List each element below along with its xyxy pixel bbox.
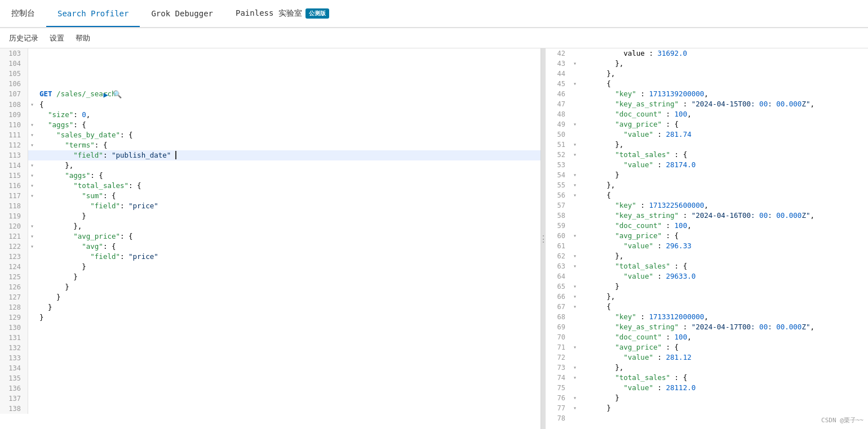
line-text[interactable]: "total_sales": { [36, 181, 541, 191]
r-fold-arrow[interactable]: ▾ [571, 363, 579, 373]
r-line-text: }, [579, 140, 623, 150]
line-text[interactable] [36, 404, 541, 414]
line-text[interactable]: }, [36, 221, 541, 231]
line-text[interactable]: "field": "price" [36, 252, 541, 262]
line-text[interactable] [36, 69, 541, 79]
line-text[interactable] [36, 59, 541, 69]
fold-arrow[interactable]: ▾ [28, 221, 36, 231]
response-line: 42 value : 31692.0 [546, 48, 868, 59]
line-text[interactable] [36, 363, 541, 373]
r-fold-arrow[interactable]: ▾ [571, 59, 579, 69]
r-fold-arrow[interactable]: ▾ [571, 403, 579, 413]
r-fold-arrow[interactable]: ▾ [571, 373, 579, 383]
line-text[interactable]: "size": 0, [36, 110, 541, 120]
history-menu[interactable]: 历史记录 [9, 33, 38, 43]
line-text[interactable]: } [36, 272, 541, 282]
r-fold-arrow [571, 322, 579, 332]
resize-handle[interactable]: ⋮ [541, 48, 546, 429]
r-fold-arrow[interactable]: ▾ [571, 342, 579, 352]
r-line-text: "value" : 281.74 [579, 129, 692, 140]
r-fold-arrow[interactable]: ▾ [571, 231, 579, 241]
r-fold-arrow [571, 200, 579, 211]
help-menu[interactable]: 帮助 [76, 33, 90, 43]
fold-arrow[interactable]: ▾ [28, 181, 36, 191]
line-text[interactable] [36, 353, 541, 363]
fold-arrow[interactable]: ▾ [28, 140, 36, 150]
line-text[interactable]: } [36, 312, 541, 323]
editor-scroll[interactable]: 103104105106107GET /sales/_search▶🔍108▾{… [0, 48, 541, 429]
editor-line: 130 [0, 323, 541, 333]
fold-arrow[interactable]: ▾ [28, 130, 36, 140]
r-fold-arrow[interactable]: ▾ [571, 190, 579, 200]
r-fold-arrow[interactable]: ▾ [571, 281, 579, 292]
line-text[interactable]: "avg": { [36, 242, 541, 252]
line-text[interactable]: } [36, 302, 541, 312]
line-text[interactable]: { [36, 100, 541, 110]
editor-line: 116▾ "total_sales": { [0, 181, 541, 191]
editor-line: 113 "field": "publish_date" [0, 150, 541, 160]
line-text[interactable]: } [36, 282, 541, 292]
line-text[interactable] [36, 48, 541, 59]
line-text[interactable]: "sales_by_date": { [36, 130, 541, 140]
fold-arrow [28, 48, 36, 59]
line-text[interactable]: "aggs": { [36, 120, 541, 130]
line-text[interactable] [36, 79, 541, 89]
fold-arrow[interactable]: ▾ [28, 171, 36, 181]
response-line: 48 "doc_count" : 100, [546, 109, 868, 119]
line-text[interactable]: "sum": { [36, 191, 541, 201]
line-text[interactable] [36, 383, 541, 394]
r-line-text: "doc_count" : 100, [579, 109, 692, 119]
response-line: 72 "value" : 281.12 [546, 352, 868, 363]
line-text[interactable]: } [36, 211, 541, 221]
run-button[interactable]: ▶ [103, 90, 108, 100]
line-text[interactable] [36, 394, 541, 404]
line-text[interactable] [36, 373, 541, 383]
r-fold-arrow[interactable]: ▾ [571, 261, 579, 271]
line-text[interactable]: } [36, 262, 541, 272]
line-text[interactable]: } [36, 292, 541, 302]
response-line: 71▾ "avg_price" : { [546, 342, 868, 352]
r-fold-arrow[interactable]: ▾ [571, 251, 579, 261]
r-line-text: "value" : 28112.0 [579, 383, 696, 393]
r-fold-arrow[interactable]: ▾ [571, 302, 579, 312]
r-fold-arrow[interactable]: ▾ [571, 119, 579, 129]
copy-button[interactable]: 🔍 [113, 90, 122, 100]
tab-console[interactable]: 控制台 [0, 1, 46, 28]
fold-arrow[interactable]: ▾ [28, 100, 36, 110]
line-text[interactable]: GET /sales/_search▶🔍 [36, 89, 541, 100]
fold-arrow[interactable]: ▾ [28, 160, 36, 171]
r-fold-arrow[interactable]: ▾ [571, 79, 579, 89]
fold-arrow [28, 201, 36, 211]
fold-arrow[interactable]: ▾ [28, 242, 36, 252]
line-text[interactable]: "aggs": { [36, 171, 541, 181]
fold-arrow[interactable]: ▾ [28, 191, 36, 201]
r-fold-arrow[interactable]: ▾ [571, 150, 579, 160]
r-fold-arrow[interactable]: ▾ [571, 140, 579, 150]
r-line-text: "key" : 1713139200000, [579, 89, 708, 99]
tab-grok-debugger[interactable]: Grok Debugger [140, 1, 224, 27]
editor-line: 136 [0, 383, 541, 394]
secondary-nav: 历史记录 设置 帮助 [0, 28, 868, 48]
settings-menu[interactable]: 设置 [50, 33, 64, 43]
editor-line: 124 } [0, 262, 541, 272]
r-fold-arrow[interactable]: ▾ [571, 170, 579, 180]
fold-arrow [28, 150, 36, 160]
r-fold-arrow[interactable]: ▾ [571, 180, 579, 190]
line-text[interactable] [36, 343, 541, 353]
line-text[interactable]: }, [36, 160, 541, 171]
r-fold-arrow[interactable]: ▾ [571, 393, 579, 403]
r-fold-arrow [571, 312, 579, 322]
line-text[interactable] [36, 333, 541, 343]
line-text[interactable]: "avg_price": { [36, 231, 541, 242]
line-text[interactable]: "terms": { [36, 140, 541, 150]
response-pane[interactable]: 42 value : 31692.043▾ },44 },45▾ {46 "ke… [546, 48, 868, 429]
line-text[interactable]: "field": "publish_date" [36, 150, 541, 160]
tab-search-profiler[interactable]: Search Profiler [46, 1, 140, 27]
line-text[interactable]: "field": "price" [36, 201, 541, 211]
line-text[interactable] [36, 323, 541, 333]
r-fold-arrow[interactable]: ▾ [571, 292, 579, 302]
fold-arrow[interactable]: ▾ [28, 231, 36, 242]
tab-painless[interactable]: Painless 实验室 公测版 [224, 1, 340, 28]
fold-arrow[interactable]: ▾ [28, 120, 36, 130]
editor-line: 104 [0, 59, 541, 69]
